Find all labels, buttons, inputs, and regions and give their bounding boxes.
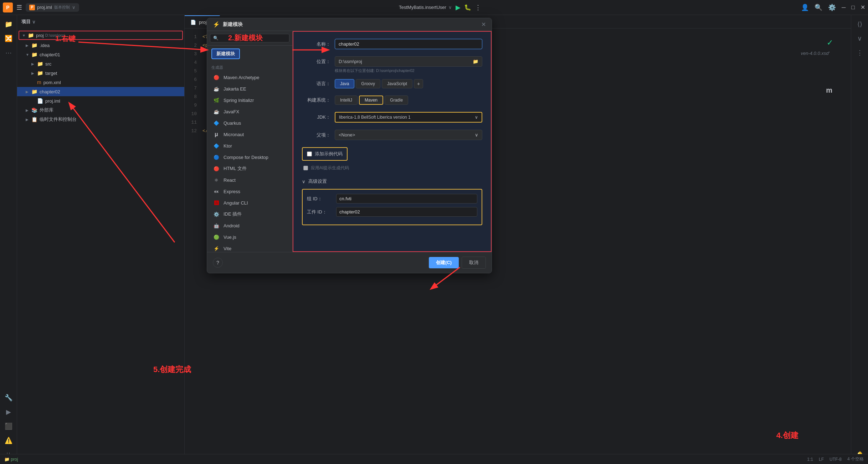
ai-hint-row: 应用AI提示生成代码 — [302, 165, 482, 171]
menu-item-android[interactable]: 🤖 Android — [207, 220, 292, 231]
menu-item-jakarta[interactable]: ☕ Jakarta EE — [207, 83, 292, 94]
menu-item-spring-label: Spring Initializr — [224, 98, 254, 103]
build-label: 构建系统： — [302, 97, 330, 103]
dialog-right-panel: 名称： 位置： D:\ssm\proj 📁 模块将在以下位置创建: D:\ssm… — [293, 31, 492, 252]
right-toolbar-more[interactable]: ⋮ — [853, 46, 866, 59]
tools-button[interactable]: 🔧 — [2, 391, 15, 404]
cancel-button[interactable]: 取消 — [462, 257, 486, 269]
build-intellij-button[interactable]: IntelliJ — [335, 96, 358, 105]
artifact-id-row: 工件 ID： — [307, 207, 477, 217]
tree-item-external[interactable]: ▶ 📚 外部库 — [17, 105, 184, 115]
advanced-label: 高级设置 — [308, 178, 327, 185]
hamburger-menu[interactable]: ☰ — [16, 4, 22, 11]
profile-button[interactable]: 👤 — [801, 4, 809, 11]
menu-item-quarkus[interactable]: 🔷 Quarkus — [207, 117, 292, 129]
new-module-button[interactable]: 新建模块 — [211, 48, 240, 59]
menu-item-angular[interactable]: 🅰 Angular CLI — [207, 197, 292, 208]
menu-item-spring[interactable]: 🌿 Spring Initializr — [207, 94, 292, 106]
group-id-input[interactable] — [336, 194, 477, 203]
minimize-button[interactable]: ─ — [842, 4, 846, 11]
problems-button[interactable]: ⚠️ — [2, 434, 15, 447]
tree-arrow-external: ▶ — [26, 108, 31, 112]
tree-icon-external: 📚 — [31, 107, 37, 113]
maximize-button[interactable]: □ — [851, 4, 855, 11]
dialog-title-icon: ⚡ — [213, 21, 220, 28]
tree-item-target[interactable]: ▶ 📁 target — [17, 68, 184, 78]
tree-item-chapter01[interactable]: ▼ 📁 chapter01 — [17, 50, 184, 59]
menu-item-maven-label: Maven Archetype — [224, 75, 259, 80]
advanced-header[interactable]: ∨ 高级设置 — [302, 178, 482, 185]
run-button[interactable]: ▶ — [456, 4, 461, 11]
more-run-options[interactable]: ⋮ — [475, 4, 481, 11]
tree-item-pom[interactable]: m pom.xml — [17, 78, 184, 87]
build-buttons: IntelliJ Maven Gradle — [335, 96, 408, 105]
project-view-button[interactable]: 📁 — [2, 18, 15, 31]
name-input[interactable] — [335, 39, 482, 49]
menu-item-maven[interactable]: 🔴 Maven Archetype — [207, 72, 292, 83]
parent-select[interactable]: <None> ∨ — [335, 130, 482, 140]
ai-hint-checkbox[interactable] — [303, 166, 308, 170]
parent-label: 父项： — [302, 132, 330, 138]
run-configuration: TestMyBatis.insertUser ∨ — [399, 5, 452, 10]
menu-item-micronaut[interactable]: μ Micronaut — [207, 129, 292, 140]
tree-item-idea[interactable]: ▶ 📁 .idea — [17, 41, 184, 50]
sample-code-checkbox[interactable] — [307, 151, 312, 156]
lang-buttons: Java Groovy JavaScript + — [335, 79, 423, 88]
tree-item-chapter02[interactable]: ▶ 📁 chapter02 — [17, 87, 184, 96]
close-button[interactable]: ✕ — [861, 4, 865, 11]
vcs-dropdown-icon[interactable]: ∨ — [72, 5, 76, 10]
tree-label-proj: proj — [36, 33, 44, 38]
location-hint: 模块将在以下位置创建: D:\ssm\proj\chapter02 — [335, 68, 482, 73]
jdk-select[interactable]: liberica-1.8 BellSoft Liberica version 1… — [335, 112, 482, 123]
create-button[interactable]: 创建(C) — [429, 257, 459, 268]
debug-button[interactable]: 🐛 — [464, 4, 471, 11]
group-id-label: 组 ID： — [307, 196, 332, 202]
artifact-id-input[interactable] — [336, 207, 477, 217]
plugins-button[interactable]: ⋯ — [2, 46, 15, 59]
encoding: UTF-8 — [830, 457, 842, 462]
line-num-6: 6 — [185, 76, 202, 84]
tree-item-src[interactable]: ▶ 📁 src — [17, 59, 184, 68]
build-gradle-button[interactable]: Gradle — [385, 96, 408, 105]
menu-item-compose[interactable]: 🔵 Compose for Desktop — [207, 151, 292, 163]
lang-java-button[interactable]: Java — [335, 79, 354, 88]
dialog-footer: ? 创建(C) 取消 — [207, 252, 492, 273]
angular-icon: 🅰 — [213, 199, 220, 206]
vcs-button[interactable]: 🔀 — [2, 32, 15, 45]
settings-button[interactable]: ⚙️ — [828, 4, 836, 11]
dialog-close-button[interactable]: ✕ — [481, 21, 486, 28]
lang-javascript-button[interactable]: JavaScript — [382, 79, 412, 88]
location-path[interactable]: D:\ssm\proj 📁 — [335, 56, 482, 67]
menu-item-react[interactable]: ⚛ React — [207, 174, 292, 186]
tree-item-proj-iml[interactable]: 📄 proj.iml — [17, 96, 184, 105]
run-config-name: TestMyBatis.insertUser — [399, 5, 446, 10]
tree-icon-src: 📁 — [37, 61, 43, 67]
parent-value: <None> — [339, 132, 355, 138]
search-button[interactable]: 🔍 — [815, 4, 822, 11]
dialog-title-text: 新建模块 — [223, 21, 243, 28]
lang-add-button[interactable]: + — [414, 79, 423, 88]
right-toolbar-expand[interactable]: ∨ — [853, 32, 866, 45]
dialog-search-input[interactable] — [210, 34, 289, 42]
project-selector[interactable]: P proj.iml 版本控制 ∨ — [26, 3, 79, 12]
menu-item-ktor-label: Ktor — [224, 143, 232, 149]
tree-item-proj[interactable]: ▼ 📁 proj D:\ssm\proj — [19, 31, 183, 40]
lang-groovy-button[interactable]: Groovy — [356, 79, 380, 88]
menu-item-html[interactable]: 🔴 HTML 文件 — [207, 163, 292, 174]
terminal-button[interactable]: ⬛ — [2, 420, 15, 433]
right-toolbar-code[interactable]: ⟨⟩ — [853, 18, 866, 31]
menu-item-vuejs[interactable]: 🟢 Vue.js — [207, 231, 292, 243]
menu-item-ktor[interactable]: 🔷 Ktor — [207, 140, 292, 151]
menu-item-express[interactable]: ex Express — [207, 186, 292, 197]
menu-item-javafx[interactable]: ☕ JavaFX — [207, 106, 292, 117]
tree-item-scratch[interactable]: ▶ 📋 临时文件和控制台 — [17, 115, 184, 124]
menu-item-ide[interactable]: ⚙️ IDE 插件 — [207, 208, 292, 220]
run-config-dropdown[interactable]: ∨ — [448, 5, 452, 10]
sidebar-header-dropdown[interactable]: ∨ — [32, 19, 36, 25]
help-button[interactable]: ? — [213, 258, 223, 268]
tree-arrow-scratch: ▶ — [26, 118, 31, 122]
tree-label-src: src — [45, 61, 51, 67]
app-logo: P — [3, 2, 13, 12]
build-maven-button[interactable]: Maven — [359, 96, 383, 105]
run-panel-button[interactable]: ▶ — [2, 406, 15, 418]
